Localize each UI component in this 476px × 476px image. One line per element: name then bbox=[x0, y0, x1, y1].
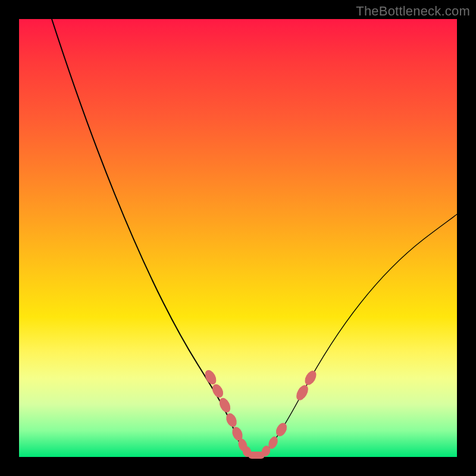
marker-group bbox=[203, 368, 319, 459]
marker-dot bbox=[210, 383, 225, 400]
chart-frame: TheBottleneck.com bbox=[0, 0, 476, 476]
curve-right-branch bbox=[261, 214, 457, 455]
marker-dot bbox=[303, 369, 319, 387]
plot-area bbox=[19, 19, 457, 457]
watermark-text: TheBottleneck.com bbox=[356, 4, 470, 19]
curve-layer bbox=[19, 19, 457, 457]
marker-dot bbox=[217, 396, 233, 414]
marker-dot bbox=[274, 421, 289, 439]
marker-dot bbox=[294, 383, 311, 402]
